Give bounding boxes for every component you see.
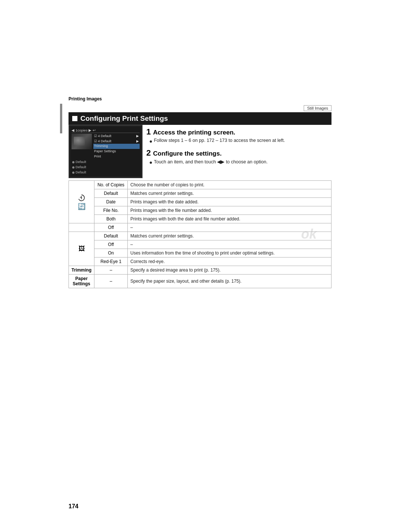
screenshot-menu-item-3: Trimming — [93, 144, 140, 149]
trimming-desc: Specify a desired image area to print (p… — [128, 266, 331, 274]
screenshot-menu-item-1: ☑ 4 Default▶ — [93, 134, 140, 139]
option-off-1: Off — [94, 223, 128, 232]
step2-title: Configure the settings. — [153, 150, 221, 157]
option-date: Date — [94, 197, 128, 206]
content-area: Printing Images Still Images Configuring… — [69, 96, 331, 288]
desc-file-no: Prints images with the file number added… — [128, 206, 331, 215]
desc-date: Prints images with the date added. — [128, 197, 331, 206]
step2-bullet-dot: ● — [149, 159, 152, 166]
step2-bullet-text: Touch an item, and then touch ◀▶ to choo… — [154, 159, 267, 164]
option-red-eye: Red-Eye 1 — [94, 257, 128, 266]
desc-default-1: Matches current printer settings. — [128, 189, 331, 197]
table-row: Off – — [69, 240, 331, 249]
step1-bullet-dot: ● — [149, 138, 152, 144]
date-print-icon-cell: 🔄 — [69, 180, 94, 223]
desc-no-of-copies: Choose the number of copies to print. — [128, 180, 331, 189]
screenshot-bottom-row-2: Default — [71, 165, 140, 170]
step2-heading: 2 Configure the settings. — [146, 149, 328, 157]
table-row: 🖼 Default Matches current printer settin… — [69, 232, 331, 240]
trimming-option: – — [94, 266, 128, 274]
empty-icon-cell-1 — [69, 223, 94, 232]
table-row: 🔄 No. of Copies Choose the number of cop… — [69, 180, 331, 189]
table-row: File No. Prints images with the file num… — [69, 206, 331, 215]
option-on: On — [94, 249, 128, 257]
screenshot-box: ◀ 1copies ▶ ↩ ☑ 4 Default▶ ☑ 4 Default▶ — [69, 125, 143, 178]
page-container: Printing Images Still Images Configuring… — [0, 0, 400, 532]
page-number: 174 — [69, 503, 79, 510]
option-default-2: Default — [94, 232, 128, 240]
table-row: Date Prints images with the date added. — [69, 197, 331, 206]
title-bar-icon — [72, 116, 77, 121]
settings-table: 🔄 No. of Copies Choose the number of cop… — [69, 180, 331, 288]
screenshot-inner: ◀ 1copies ▶ ↩ ☑ 4 Default▶ ☑ 4 Default▶ — [70, 127, 141, 176]
option-both: Both — [94, 215, 128, 223]
table-row-paper: PaperSettings – Specify the paper size, … — [69, 274, 331, 288]
step1-bullet-text: Follow steps 1 – 6 on pp. 172 – 173 to a… — [154, 138, 285, 143]
dot-icon-1 — [72, 161, 74, 163]
step1: 1 Access the printing screen. ● Follow s… — [146, 128, 328, 144]
desc-off-1: – — [128, 223, 331, 232]
screenshot-top-bar: ◀ 1copies ▶ ↩ — [71, 128, 140, 133]
screenshot-menu-item-5: Print — [93, 154, 140, 159]
screenshot-menu-item-4: Paper Settings — [93, 149, 140, 154]
desc-both: Prints images with both the date and fil… — [128, 215, 331, 223]
option-no-of-copies: No. of Copies — [94, 180, 128, 189]
steps-row: ◀ 1copies ▶ ↩ ☑ 4 Default▶ ☑ 4 Default▶ — [69, 125, 331, 178]
step2-number: 2 — [146, 149, 151, 157]
screenshot-thumb — [71, 134, 92, 149]
table-row: Default Matches current printer settings… — [69, 189, 331, 197]
dot-icon-3 — [72, 172, 74, 174]
step1-title: Access the printing screen. — [153, 129, 235, 136]
paper-settings-label: PaperSettings — [69, 274, 94, 288]
screenshot-menu: ☑ 4 Default▶ ☑ 4 Default▶ Trimming Paper… — [93, 134, 140, 159]
margin-bar — [60, 104, 62, 133]
table-row-trimming: Trimming – Specify a desired image area … — [69, 266, 331, 274]
section-label: Printing Images — [69, 96, 331, 102]
desc-default-2: Matches current printer settings. — [128, 232, 331, 240]
watermark-area: 🔄 No. of Copies Choose the number of cop… — [69, 180, 331, 288]
steps-text-area: 1 Access the printing screen. ● Follow s… — [143, 125, 331, 178]
option-off-2: Off — [94, 240, 128, 249]
option-default-1: Default — [94, 189, 128, 197]
step2: 2 Configure the settings. ● Touch an ite… — [146, 149, 328, 166]
desc-off-2: – — [128, 240, 331, 249]
screenshot-image-area: ☑ 4 Default▶ ☑ 4 Default▶ Trimming Paper… — [71, 134, 140, 159]
title-bar: Configuring Print Settings — [69, 112, 331, 125]
paper-settings-option: – — [94, 274, 128, 288]
still-images-wrapper: Still Images — [69, 105, 331, 111]
step2-bullet: ● Touch an item, and then touch ◀▶ to ch… — [149, 159, 328, 166]
table-row: Both Prints images with both the date an… — [69, 215, 331, 223]
screenshot-bottom: Default Default Default — [71, 160, 140, 175]
option-file-no: File No. — [94, 206, 128, 215]
screenshot-bottom-row-3: Default — [71, 170, 140, 175]
optimize-icon-cell: 🖼 — [69, 232, 94, 266]
trimming-label: Trimming — [69, 266, 94, 274]
step1-heading: 1 Access the printing screen. — [146, 128, 328, 136]
step1-bullet: ● Follow steps 1 – 6 on pp. 172 – 173 to… — [149, 138, 328, 144]
desc-on: Uses information from the time of shooti… — [128, 249, 331, 257]
screenshot-bottom-row-1: Default — [71, 160, 140, 165]
table-row: Red-Eye 1 Corrects red-eye. — [69, 257, 331, 266]
table-row: On Uses information from the time of sho… — [69, 249, 331, 257]
dot-icon-2 — [72, 166, 74, 169]
desc-red-eye: Corrects red-eye. — [128, 257, 331, 266]
screenshot-menu-item-2: ☑ 4 Default▶ — [93, 139, 140, 144]
page-title: Configuring Print Settings — [80, 114, 168, 123]
still-images-badge: Still Images — [304, 105, 331, 111]
step1-number: 1 — [146, 128, 151, 136]
table-row: Off – — [69, 223, 331, 232]
screenshot-top-text: ◀ 1copies ▶ ↩ — [71, 128, 96, 132]
paper-settings-desc: Specify the paper size, layout, and othe… — [128, 274, 331, 288]
